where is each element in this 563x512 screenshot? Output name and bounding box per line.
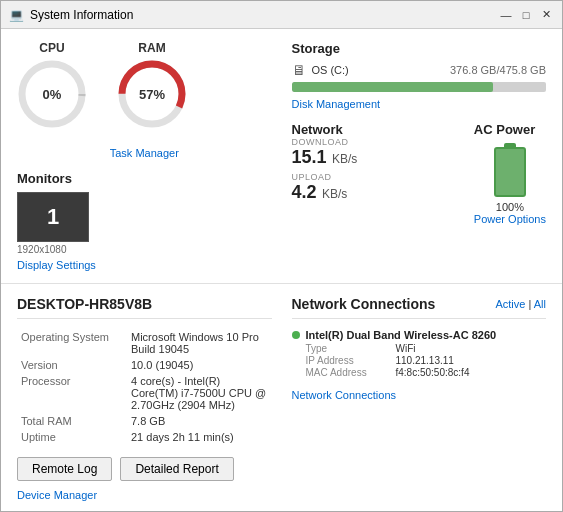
upload-label: UPLOAD <box>292 172 348 182</box>
system-name: DESKTOP-HR85V8B <box>17 296 272 319</box>
connection-name: Intel(R) Dual Band Wireless-AC 8260 <box>306 329 497 341</box>
window-title: System Information <box>30 8 133 22</box>
minimize-button[interactable]: — <box>498 7 514 23</box>
storage-section: Storage 🖥 OS (C:) 376.8 GB/475.8 GB Disk… <box>292 41 547 110</box>
mac-value: f4:8c:50:50:8c:f4 <box>396 367 470 378</box>
storage-item: 🖥 OS (C:) 376.8 GB/475.8 GB <box>292 62 547 78</box>
ram-value: 57% <box>139 87 165 102</box>
cpu-label: CPU <box>39 41 64 55</box>
table-row: Version 10.0 (19045) <box>17 357 272 373</box>
battery-icon <box>494 147 526 197</box>
field-key: Processor <box>17 373 127 413</box>
download-stat: DOWNLOAD 15.1 KB/s <box>292 137 454 168</box>
field-key: Uptime <box>17 429 127 445</box>
title-bar-controls: — □ ✕ <box>498 7 554 23</box>
window-icon: 💻 <box>9 8 24 22</box>
drive-name: OS (C:) <box>312 64 349 76</box>
filter-separator: | <box>528 298 531 310</box>
conn-mac-row: MAC Address f4:8c:50:50:8c:f4 <box>306 367 547 378</box>
monitor-count: 1 <box>47 204 59 230</box>
conn-type-row: Type WiFi <box>306 343 547 354</box>
content-area: CPU 0% RAM <box>1 29 562 511</box>
ip-label: IP Address <box>306 355 376 366</box>
storage-label: Storage <box>292 41 547 56</box>
ram-gauge: 57% <box>117 59 187 129</box>
power-options-link[interactable]: Power Options <box>474 213 546 225</box>
cpu-ram-row: CPU 0% RAM <box>17 41 272 129</box>
right-panel: Storage 🖥 OS (C:) 376.8 GB/475.8 GB Disk… <box>292 41 547 271</box>
filter-active-link[interactable]: Active <box>495 298 525 310</box>
title-bar-left: 💻 System Information <box>9 8 133 22</box>
net-conn-title: Network Connections <box>292 296 436 312</box>
maximize-button[interactable]: □ <box>518 7 534 23</box>
download-value: 15.1 <box>292 147 327 167</box>
system-info: DESKTOP-HR85V8B Operating System Microso… <box>17 296 272 499</box>
field-value: 21 days 2h 11 min(s) <box>127 429 272 445</box>
ac-power-section: AC Power 100% Power Options <box>474 122 546 225</box>
upload-value: 4.2 <box>292 182 317 202</box>
upload-group: UPLOAD 4.2 KB/s <box>292 172 348 203</box>
cpu-gauge-group: CPU 0% <box>17 41 87 129</box>
title-bar: 💻 System Information — □ ✕ <box>1 1 562 29</box>
ram-label: RAM <box>138 41 165 55</box>
network-section: Network DOWNLOAD 15.1 KB/s <box>292 122 454 225</box>
top-section: CPU 0% RAM <box>1 29 562 284</box>
table-row: Total RAM 7.8 GB <box>17 413 272 429</box>
ac-power-label: AC Power <box>474 122 535 137</box>
monitors-section: Monitors 1 1920x1080 Display Settings <box>17 171 272 271</box>
connection-details: Type WiFi IP Address 110.21.13.11 MAC Ad… <box>306 343 547 378</box>
download-label: DOWNLOAD <box>292 137 358 147</box>
network-connections-panel: Network Connections Active | All Intel(R… <box>292 296 547 499</box>
filter-all-link[interactable]: All <box>534 298 546 310</box>
connection-item: Intel(R) Dual Band Wireless-AC 8260 <box>292 329 547 341</box>
ip-value: 110.21.13.11 <box>396 355 454 366</box>
field-value: 10.0 (19045) <box>127 357 272 373</box>
display-settings-link[interactable]: Display Settings <box>17 259 272 271</box>
upload-stat: UPLOAD 4.2 KB/s <box>292 172 454 203</box>
button-row: Remote Log Detailed Report <box>17 457 272 481</box>
download-value-row: 15.1 KB/s <box>292 147 358 168</box>
download-group: DOWNLOAD 15.1 KB/s <box>292 137 358 168</box>
connection-status-dot <box>292 331 300 339</box>
field-key: Version <box>17 357 127 373</box>
field-key: Total RAM <box>17 413 127 429</box>
mac-label: MAC Address <box>306 367 376 378</box>
info-table: Operating System Microsoft Windows 10 Pr… <box>17 329 272 445</box>
download-unit: KB/s <box>332 152 357 166</box>
network-connections-link[interactable]: Network Connections <box>292 389 397 401</box>
monitors-label: Monitors <box>17 171 272 186</box>
field-value: 4 core(s) - Intel(R) Core(TM) i7-7500U C… <box>127 373 272 413</box>
drive-size: 376.8 GB/475.8 GB <box>450 64 546 76</box>
storage-bar-container <box>292 82 547 92</box>
monitor-display: 1 <box>17 192 89 242</box>
net-conn-header: Network Connections Active | All <box>292 296 547 319</box>
table-row: Processor 4 core(s) - Intel(R) Core(TM) … <box>17 373 272 413</box>
detailed-report-button[interactable]: Detailed Report <box>120 457 233 481</box>
drive-icon: 🖥 <box>292 62 306 78</box>
ram-gauge-group: RAM 57% <box>117 41 187 129</box>
cpu-gauge: 0% <box>17 59 87 129</box>
battery-percent: 100% <box>496 201 524 213</box>
task-manager-link-row: Task Manager <box>17 143 272 159</box>
left-panel: CPU 0% RAM <box>17 41 272 271</box>
net-ac-row: Network DOWNLOAD 15.1 KB/s <box>292 122 547 225</box>
storage-bar-fill <box>292 82 493 92</box>
net-conn-filter: Active | All <box>495 298 546 310</box>
type-label: Type <box>306 343 376 354</box>
upload-unit: KB/s <box>322 187 347 201</box>
close-button[interactable]: ✕ <box>538 7 554 23</box>
remote-log-button[interactable]: Remote Log <box>17 457 112 481</box>
monitor-resolution: 1920x1080 <box>17 244 272 255</box>
main-window: 💻 System Information — □ ✕ CPU <box>0 0 563 512</box>
disk-management-link[interactable]: Disk Management <box>292 98 547 110</box>
type-value: WiFi <box>396 343 416 354</box>
upload-value-row: 4.2 KB/s <box>292 182 348 203</box>
field-key: Operating System <box>17 329 127 357</box>
network-label: Network <box>292 122 343 137</box>
bottom-section: DESKTOP-HR85V8B Operating System Microso… <box>1 284 562 511</box>
task-manager-link[interactable]: Task Manager <box>110 147 179 159</box>
device-manager-link[interactable]: Device Manager <box>17 489 97 501</box>
field-value: 7.8 GB <box>127 413 272 429</box>
field-value: Microsoft Windows 10 Pro Build 19045 <box>127 329 272 357</box>
conn-ip-row: IP Address 110.21.13.11 <box>306 355 547 366</box>
